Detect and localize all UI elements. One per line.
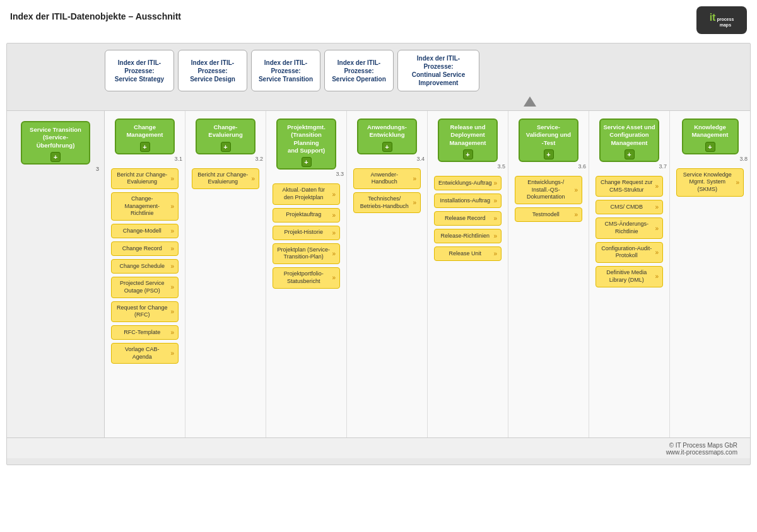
item-33-2[interactable]: Projektauftrag»: [273, 208, 340, 223]
process-box-left[interactable]: Service Transition(Service-Überführung) …: [21, 121, 90, 165]
process-box-31[interactable]: Change Management +: [115, 119, 175, 154]
col-header-ss[interactable]: Index der ITIL-Prozesse:Service Strategy: [105, 50, 174, 91]
item-36-2[interactable]: Testmodell»: [515, 207, 582, 222]
process-38-expand[interactable]: +: [705, 142, 715, 152]
item-33-4[interactable]: Projektplan (Service-Transition-Plan)»: [273, 243, 340, 264]
item-32-1[interactable]: Bericht zur Change-Evaluierung»: [192, 168, 259, 189]
sub-col-33: Projektmgmt.(Transition Planningand Supp…: [266, 111, 347, 437]
col-header-sd-label: Index der ITIL-Prozesse:Service Design: [190, 59, 235, 83]
sub-col-35-header: Release undDeploymentManagement + 3.5: [430, 119, 505, 170]
process-32-label: Change-Evaluierung: [199, 124, 252, 139]
sub-col-32-header: Change-Evaluierung + 3.2: [188, 119, 263, 162]
process-box-33[interactable]: Projektmgmt.(Transition Planningand Supp…: [276, 119, 336, 170]
item-31-5[interactable]: Change Schedule»: [111, 259, 179, 274]
item-35-3[interactable]: Release Record»: [434, 211, 502, 226]
process-38-label: KnowledgeManagement: [691, 124, 728, 139]
triangle-indicator: [524, 96, 536, 107]
process-box-35[interactable]: Release undDeploymentManagement +: [438, 119, 498, 162]
item-34-1[interactable]: Anwender-Handbuch»: [353, 168, 421, 189]
item-31-1[interactable]: Bericht zur Change-Evaluierung»: [111, 168, 179, 189]
item-37-5[interactable]: Definitive MediaLibrary (DML)»: [596, 266, 663, 287]
item-36-1[interactable]: Entwicklungs-/Install.-QS-Dokumentation»: [515, 176, 582, 204]
sub-col-38: KnowledgeManagement + 3.8 Service Knowle…: [670, 111, 750, 437]
col-header-ss-label: Index der ITIL-Prozesse:Service Strategy: [115, 59, 164, 83]
process-box-32[interactable]: Change-Evaluierung +: [196, 119, 255, 154]
sub-col-31: Change Management + 3.1 Bericht zur Chan…: [105, 111, 185, 437]
num-34: 3.4: [416, 156, 425, 162]
item-31-4[interactable]: Change Record»: [111, 241, 179, 256]
item-34-2[interactable]: Technisches/Betriebs-Handbuch»: [353, 192, 421, 213]
triangle-container: [310, 96, 750, 110]
item-33-5[interactable]: Projektportfolio-Statusbericht»: [273, 267, 340, 288]
logo: it process maps: [696, 6, 747, 34]
process-box-34[interactable]: Anwendungs-Entwicklung +: [357, 119, 417, 154]
item-37-2[interactable]: CMS/ CMDB»: [596, 200, 663, 214]
col-header-so[interactable]: Index der ITIL-Prozesse:Service Operatio…: [324, 50, 394, 91]
num-33: 3.3: [336, 171, 344, 177]
process-37-expand[interactable]: +: [625, 149, 635, 159]
col-header-so-label: Index der ITIL-Prozesse:Service Operatio…: [332, 59, 386, 83]
top-header: Index der ITIL-Datenobjekte – Ausschnitt…: [0, 0, 757, 38]
process-box-36[interactable]: Service-Validierung und-Test +: [519, 119, 578, 162]
process-31-label: Change Management: [119, 124, 171, 139]
process-33-expand[interactable]: +: [302, 157, 312, 167]
item-37-1[interactable]: Change Request zurCMS-Struktur»: [596, 176, 663, 197]
process-35-label: Release undDeploymentManagement: [449, 124, 486, 147]
sub-col-32: Change-Evaluierung + 3.2 Bericht zur Cha…: [185, 111, 266, 437]
process-31-expand[interactable]: +: [140, 142, 150, 152]
footer: © IT Process Maps GbR www.it-processmaps…: [7, 438, 750, 458]
item-31-8[interactable]: RFC-Template»: [111, 325, 179, 340]
sub-col-38-header: KnowledgeManagement + 3.8: [672, 119, 748, 162]
sub-col-37: Service Asset undConfigurationManagement…: [589, 111, 670, 437]
item-31-7[interactable]: Request for Change(RFC)»: [111, 301, 179, 322]
process-box-37[interactable]: Service Asset undConfigurationManagement…: [599, 119, 659, 162]
content-area: Service Transition(Service-Überführung) …: [7, 110, 750, 438]
item-31-9[interactable]: Vorlage CAB-Agenda»: [111, 343, 179, 364]
sub-col-37-header: Service Asset undConfigurationManagement…: [592, 119, 667, 170]
footer-line2: www.it-processmaps.com: [7, 449, 737, 456]
process-36-label: Service-Validierung und-Test: [522, 124, 575, 147]
item-35-5[interactable]: Release Unit»: [434, 246, 502, 261]
item-37-3[interactable]: CMS-Änderungs-Richtlinie»: [596, 217, 663, 238]
item-35-4[interactable]: Release-Richtlinien»: [434, 229, 502, 243]
process-36-expand[interactable]: +: [544, 149, 554, 159]
column-headers: Index der ITIL-Prozesse:Service Strategy…: [105, 50, 750, 91]
sub-col-35: Release undDeploymentManagement + 3.5 En…: [428, 111, 508, 437]
num-32: 3.2: [255, 156, 263, 162]
header-row: Index der ITIL-Prozesse:Service Strategy…: [7, 50, 750, 96]
sub-col-36: Service-Validierung und-Test + 3.6 Entwi…: [508, 111, 589, 437]
left-process-num: 3: [96, 166, 104, 172]
diagram-area: Index der ITIL-Prozesse:Service Strategy…: [6, 43, 751, 465]
process-32-expand[interactable]: +: [221, 142, 231, 152]
sub-col-34-header: Anwendungs-Entwicklung + 3.4: [349, 119, 425, 162]
footer-line1: © IT Process Maps GbR: [7, 442, 737, 449]
logo-line2: maps: [717, 23, 734, 28]
col-header-csi[interactable]: Index der ITIL-Prozesse:Continual Servic…: [397, 50, 479, 91]
sub-col-34: Anwendungs-Entwicklung + 3.4 Anwender-Ha…: [347, 111, 428, 437]
item-31-3[interactable]: Change-Modell»: [111, 224, 179, 238]
item-31-2[interactable]: Change-Management-Richtlinie»: [111, 192, 179, 221]
num-35: 3.5: [497, 163, 505, 170]
sub-col-36-header: Service-Validierung und-Test + 3.6: [511, 119, 586, 170]
process-37-label: Service Asset undConfigurationManagement: [603, 124, 655, 147]
num-37: 3.7: [659, 163, 667, 170]
sub-col-31-header: Change Management + 3.1: [107, 119, 182, 162]
item-33-1[interactable]: Aktual.-Daten fürden Projektplan»: [273, 183, 340, 204]
item-33-3[interactable]: Projekt-Historie»: [273, 226, 340, 240]
col-header-st[interactable]: Index der ITIL-Prozesse:Service Transiti…: [251, 50, 320, 91]
item-38-1[interactable]: Service KnowledgeMgmt. System(SKMS)»: [676, 168, 744, 197]
num-36: 3.6: [578, 163, 586, 170]
item-35-2[interactable]: Installations-Auftrag»: [434, 194, 502, 208]
page-title: Index der ITIL-Datenobjekte – Ausschnitt: [10, 6, 181, 21]
left-column: Service Transition(Service-Überführung) …: [7, 111, 105, 437]
item-31-6[interactable]: Projected ServiceOutage (PSO)»: [111, 277, 179, 298]
process-35-expand[interactable]: +: [463, 149, 473, 159]
process-34-expand[interactable]: +: [382, 142, 392, 152]
left-process-expand[interactable]: +: [50, 152, 61, 162]
process-box-38[interactable]: KnowledgeManagement +: [682, 119, 739, 154]
left-process-label: Service Transition(Service-Überführung): [25, 126, 86, 149]
item-37-4[interactable]: Configuration-Audit-Protokoll»: [596, 242, 663, 263]
col-header-sd[interactable]: Index der ITIL-Prozesse:Service Design: [178, 50, 247, 91]
item-35-1[interactable]: Entwicklungs-Auftrag»: [434, 176, 502, 190]
process-33-label: Projektmgmt.(Transition Planningand Supp…: [280, 124, 332, 154]
